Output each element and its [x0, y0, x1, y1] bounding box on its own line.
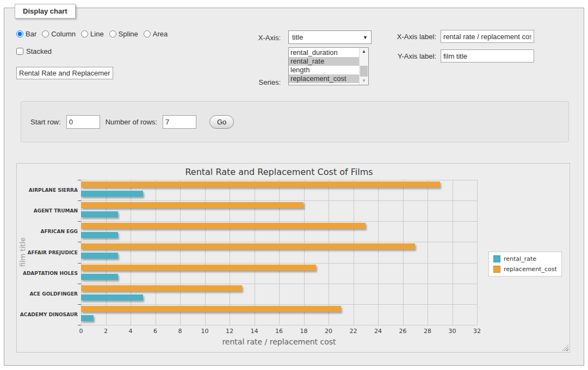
legend-label-replacement_cost: replacement_cost: [504, 266, 557, 273]
rows-panel: Start row: Number of rows: Go: [21, 101, 569, 142]
number-of-rows-label: Number of rows:: [106, 118, 157, 126]
chart-type-option-label: Line: [90, 30, 104, 38]
gridline-x-6: [156, 180, 156, 325]
category-label-agent-truman: AGENT TRUMAN: [34, 208, 78, 214]
resize-handle-icon[interactable]: [562, 344, 568, 351]
gridline-x-24: [378, 180, 379, 325]
number-of-rows-input[interactable]: [163, 115, 196, 129]
start-row-label: Start row:: [30, 118, 61, 126]
x-tick-12: 12: [226, 328, 233, 335]
legend-label-rental_rate: rental_rate: [504, 255, 536, 262]
legend-swatch-replacement_cost: [493, 266, 500, 273]
gridline-x-12: [230, 180, 230, 325]
x-tick-4: 4: [129, 328, 133, 335]
series-option-length[interactable]: length: [289, 66, 359, 74]
series-option-replacement_cost[interactable]: replacement_cost: [289, 74, 359, 83]
chart-plot-area: [81, 180, 477, 325]
bar-replacement_cost-african-egg[interactable]: [81, 223, 366, 229]
x-tick-0: 0: [79, 328, 83, 335]
bar-replacement_cost-academy-dinosaur[interactable]: [81, 306, 341, 312]
bar-replacement_cost-ace-goldfinger[interactable]: [81, 285, 242, 291]
listbox-scrollbar[interactable]: ▲ ▼: [359, 48, 368, 85]
category-separator: [81, 284, 477, 284]
chart-type-radio-bar[interactable]: [16, 30, 23, 37]
y-axis-title: film title: [18, 180, 27, 325]
stacked-row: Stacked: [16, 47, 52, 55]
bar-rental_rate-affair-prejudice[interactable]: [81, 253, 118, 259]
x-tick-32: 32: [473, 328, 481, 335]
bar-replacement_cost-affair-prejudice[interactable]: [81, 243, 415, 249]
bar-replacement_cost-agent-truman[interactable]: [81, 202, 304, 208]
x-axis-title: rental rate / replacement cost: [81, 337, 477, 346]
y-tick-mark: [78, 304, 81, 305]
bar-rental_rate-adaptation-holes[interactable]: [81, 274, 118, 280]
gridline-x-10: [205, 180, 206, 325]
x-axis-select-label: X-Axis:: [234, 34, 281, 42]
x-tick-8: 8: [178, 328, 182, 335]
y-tick-mark: [78, 263, 81, 264]
gridline-x-16: [279, 180, 280, 325]
chart-type-option-spline: Spline: [109, 30, 138, 38]
bar-rental_rate-ace-goldfinger[interactable]: [81, 294, 143, 300]
gridline-x-18: [304, 180, 305, 325]
legend-swatch-rental_rate: [493, 255, 500, 262]
x-axis-select[interactable]: title ▼: [288, 30, 372, 44]
go-button[interactable]: Go: [209, 115, 234, 129]
bar-replacement_cost-adaptation-holes[interactable]: [81, 265, 316, 271]
x-tick-30: 30: [449, 328, 456, 335]
y-axis-label-input[interactable]: [441, 49, 534, 62]
gridline-x-32: [477, 180, 478, 325]
chart-container: Rental Rate and Replacement Cost of Film…: [16, 163, 570, 353]
y-axis-category-labels: AIRPLANE SIERRAAGENT TRUMANAFRICAN EGGAF…: [20, 180, 78, 325]
x-tick-14: 14: [251, 328, 258, 335]
y-tick-mark: [78, 221, 81, 222]
legend-item-replacement_cost[interactable]: replacement_cost: [493, 266, 557, 273]
category-separator: [81, 325, 477, 325]
scroll-down-icon[interactable]: ▼: [360, 77, 368, 85]
gridline-x-28: [428, 180, 428, 325]
x-tick-18: 18: [300, 328, 308, 335]
x-tick-16: 16: [275, 328, 283, 335]
chart-type-option-label: Column: [51, 30, 76, 38]
y-tick-mark: [78, 242, 81, 242]
y-tick-mark: [78, 180, 81, 180]
stacked-checkbox[interactable]: [16, 48, 23, 55]
bar-replacement_cost-airplane-sierra[interactable]: [81, 181, 440, 187]
gridline-x-4: [131, 180, 131, 325]
chart-type-radio-group: BarColumnLineSplineArea: [16, 30, 168, 38]
scrollbar-thumb[interactable]: [360, 66, 368, 77]
x-axis-tick-labels: 02468101214161820222426283032: [81, 328, 477, 336]
chart-type-radio-column[interactable]: [42, 30, 49, 37]
y-tick-mark: [78, 284, 81, 284]
chart-type-radio-spline[interactable]: [109, 30, 116, 37]
chart-type-option-area: Area: [144, 30, 168, 38]
category-separator: [81, 180, 477, 180]
series-listbox[interactable]: rental_durationrental_ratelengthreplacem…: [288, 47, 369, 85]
series-select-label: Series:: [234, 78, 281, 86]
chart-type-option-label: Bar: [26, 30, 36, 38]
chart-type-radio-area[interactable]: [144, 30, 151, 37]
series-options: rental_durationrental_ratelengthreplacem…: [289, 48, 359, 83]
y-axis-label-label: Y-Axis label:: [387, 52, 436, 60]
legend-item-rental_rate[interactable]: rental_rate: [493, 255, 557, 262]
category-label-airplane-sierra: AIRPLANE SIERRA: [29, 187, 78, 193]
series-option-rental_rate[interactable]: rental_rate: [289, 57, 359, 66]
chart-type-option-column: Column: [42, 30, 76, 38]
chart-type-radio-line[interactable]: [81, 30, 88, 37]
chart-type-option-bar: Bar: [16, 30, 36, 38]
x-tick-22: 22: [350, 328, 357, 335]
bar-rental_rate-academy-dinosaur[interactable]: [81, 315, 94, 321]
scroll-up-icon[interactable]: ▲: [360, 48, 368, 55]
series-option-rental_duration[interactable]: rental_duration: [289, 48, 359, 57]
category-label-ace-goldfinger: ACE GOLDFINGER: [29, 291, 78, 297]
start-row-input[interactable]: [66, 115, 100, 129]
chart-title: Rental Rate and Replacement Cost of Film…: [81, 167, 477, 177]
x-axis-label-input[interactable]: [441, 30, 534, 43]
x-tick-28: 28: [424, 328, 431, 335]
bar-rental_rate-african-egg[interactable]: [81, 232, 118, 238]
bar-rental_rate-agent-truman[interactable]: [81, 211, 118, 217]
chart-title-input[interactable]: [16, 67, 113, 79]
category-separator: [81, 200, 477, 201]
category-label-academy-dinosaur: ACADEMY DINOSAUR: [20, 312, 78, 317]
bar-rental_rate-airplane-sierra[interactable]: [81, 191, 143, 197]
